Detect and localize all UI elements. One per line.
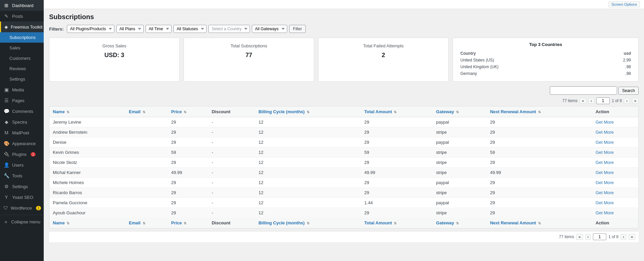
page-title: Subscriptions	[49, 13, 639, 21]
col-header-name[interactable]: Name ⇅	[49, 106, 126, 117]
col-header-gateway[interactable]: Gateway ⇅	[433, 106, 487, 117]
action-link[interactable]: Get More	[596, 210, 614, 215]
col-header-billing_cycle[interactable]: Billing Cycle (months) ⇅	[255, 106, 361, 117]
time-filter[interactable]: All Time	[146, 25, 172, 33]
sidebar-item-dashboard[interactable]: ⊞ Dashboard	[0, 0, 44, 11]
footer-sort-link[interactable]: Gateway ⇅	[436, 220, 459, 225]
sidebar-item-reviews[interactable]: Reviews	[0, 63, 44, 74]
sort-arrows: ⇅	[394, 110, 396, 114]
cell-next_renewal: 29	[487, 127, 592, 137]
first-page-button[interactable]: «	[579, 98, 586, 104]
footer-col-total-amount[interactable]: Total Amount ⇅	[361, 218, 432, 228]
table-footer-row: Name ⇅Email ⇅Price ⇅DiscountBilling Cycl…	[49, 218, 639, 228]
sidebar-item-label: Posts	[12, 14, 23, 19]
sidebar-item-comments[interactable]: 💬 Comments	[0, 106, 44, 117]
col-header-next_renewal[interactable]: Next Renewal Amount ⇅	[487, 106, 592, 117]
sidebar-item-collapse[interactable]: « Collapse menu	[0, 216, 44, 227]
col-header-email[interactable]: Email ⇅	[125, 106, 168, 117]
sidebar-item-posts[interactable]: ✎ Posts	[0, 11, 44, 21]
cell-billing_cycle: 12	[255, 147, 361, 158]
sort-link-price[interactable]: Price ⇅	[171, 109, 186, 114]
footer-sort-link[interactable]: Name ⇅	[53, 220, 69, 225]
sidebar-item-pages[interactable]: ☰ Pages	[0, 95, 44, 106]
page-input[interactable]	[596, 97, 610, 104]
footer-sort-link[interactable]: Email ⇅	[129, 220, 145, 225]
sidebar-item-wordfence[interactable]: 🛡 Wordfence 1	[0, 203, 44, 213]
action-link[interactable]: Get More	[596, 170, 614, 175]
col-header-price[interactable]: Price ⇅	[168, 106, 208, 117]
footer-col-email[interactable]: Email ⇅	[125, 218, 168, 228]
last-page-button[interactable]: »	[632, 98, 639, 104]
filter-button[interactable]: Filter	[289, 25, 306, 33]
sidebar-item-customers[interactable]: Customers	[0, 53, 44, 63]
sidebar-item-freemius[interactable]: ◈ Freemius Toolkit	[0, 21, 44, 32]
cell-action: Get More	[592, 147, 639, 158]
country-filter[interactable]: Select a Country	[209, 25, 250, 33]
sidebar-item-plugins[interactable]: 🔌 Plugins 1	[0, 149, 44, 160]
footer-sort-link[interactable]: Total Amount ⇅	[364, 220, 396, 225]
cell-price: 29	[168, 208, 208, 218]
bottom-page-input[interactable]	[593, 233, 606, 240]
sort-link-gateway[interactable]: Gateway ⇅	[436, 109, 459, 114]
gateways-filter[interactable]: All Gateways	[252, 25, 287, 33]
action-link[interactable]: Get More	[596, 160, 614, 165]
cell-name: Nicole Skotz	[49, 158, 126, 168]
sidebar-item-tools[interactable]: 🔧 Tools	[0, 170, 44, 181]
users-icon: 👤	[3, 162, 9, 168]
sidebar-item-mailpoet[interactable]: M MailPoet	[0, 127, 44, 138]
action-link[interactable]: Get More	[596, 140, 614, 145]
sort-link-name[interactable]: Name ⇅	[53, 109, 69, 114]
plans-filter[interactable]: All Plans	[116, 25, 144, 33]
sidebar-item-subscriptions[interactable]: Subscriptions	[0, 32, 44, 43]
action-link[interactable]: Get More	[596, 190, 614, 195]
footer-sort-link[interactable]: Price ⇅	[171, 220, 186, 225]
action-link[interactable]: Get More	[596, 180, 614, 185]
action-link[interactable]: Get More	[596, 200, 614, 205]
cell-name: Kevin Grimes	[49, 147, 126, 158]
spectra-icon: ◆	[3, 119, 9, 125]
footer-col-price[interactable]: Price ⇅	[168, 218, 208, 228]
sort-link-total_amount[interactable]: Total Amount ⇅	[364, 109, 396, 114]
footer-col-gateway[interactable]: Gateway ⇅	[433, 218, 487, 228]
sidebar-item-label: Wordfence	[11, 206, 32, 211]
bottom-next-page-button[interactable]: ›	[620, 234, 627, 240]
cell-price: 29	[168, 198, 208, 208]
subscriptions-table: Name ⇅Email ⇅Price ⇅DiscountBilling Cycl…	[49, 106, 639, 228]
sidebar-item-spectra[interactable]: ◆ Spectra	[0, 117, 44, 127]
country-value: .98	[597, 71, 632, 77]
statuses-filter[interactable]: All Statuses	[174, 25, 206, 33]
action-link[interactable]: Get More	[596, 120, 614, 125]
footer-sort-link[interactable]: Billing Cycle (months) ⇅	[259, 220, 309, 225]
cell-name: Jeremy Levine	[49, 117, 126, 127]
screen-options-button[interactable]: Screen Options	[608, 1, 640, 7]
sort-link-email[interactable]: Email ⇅	[129, 109, 145, 114]
sidebar-item-settings-freemius[interactable]: Settings	[0, 74, 44, 84]
cell-total_amount: 59	[361, 147, 432, 158]
footer-sort-link[interactable]: Next Renewal Amount ⇅	[490, 220, 540, 225]
search-input[interactable]	[550, 86, 617, 95]
plugins-filter[interactable]: All Plugins/Products	[67, 25, 114, 33]
sidebar-item-media[interactable]: ▣ Media	[0, 84, 44, 95]
footer-col-billing-cycle-(months)[interactable]: Billing Cycle (months) ⇅	[255, 218, 361, 228]
search-button[interactable]: Search	[618, 87, 639, 95]
sidebar-item-settings[interactable]: ⚙ Settings	[0, 181, 44, 192]
sort-link-next_renewal[interactable]: Next Renewal Amount ⇅	[490, 109, 540, 114]
footer-col-next-renewal-amount[interactable]: Next Renewal Amount ⇅	[487, 218, 592, 228]
col-header-total_amount[interactable]: Total Amount ⇅	[361, 106, 432, 117]
footer-col-name[interactable]: Name ⇅	[49, 218, 126, 228]
bottom-pagination-bar: 77 items « ‹ 1 of 8 › »	[49, 231, 639, 242]
total-failed-card: Total Failed Attempts 2	[318, 38, 449, 82]
bottom-first-page-button[interactable]: «	[576, 234, 583, 240]
sort-link-billing_cycle[interactable]: Billing Cycle (months) ⇅	[259, 109, 309, 114]
sidebar-item-sales[interactable]: Sales	[0, 43, 44, 53]
action-link[interactable]: Get More	[596, 130, 614, 135]
bottom-prev-page-button[interactable]: ‹	[585, 234, 591, 240]
sidebar-item-appearance[interactable]: 🎨 Appearance	[0, 138, 44, 149]
sidebar-item-users[interactable]: 👤 Users	[0, 160, 44, 170]
next-page-button[interactable]: ›	[624, 98, 630, 104]
action-link[interactable]: Get More	[596, 150, 614, 155]
bottom-last-page-button[interactable]: »	[629, 234, 635, 240]
sidebar-item-yoast[interactable]: Y Yoast SEO	[0, 192, 44, 203]
wordfence-badge: 1	[36, 206, 41, 210]
prev-page-button[interactable]: ‹	[589, 98, 595, 104]
